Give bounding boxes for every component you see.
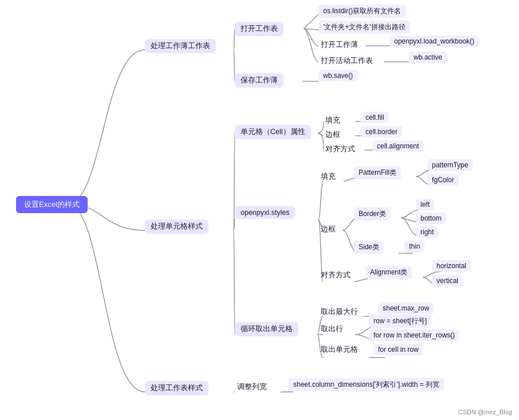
node-n2-3-3: 取出单元格: [319, 344, 360, 356]
node-n2-2-2-1-2: bottom: [416, 213, 446, 224]
node-n2-1-2-1: cell.border: [361, 126, 402, 138]
node-n1-2-1: wb.save(): [319, 70, 357, 81]
node-n2-3-2: 取出行: [319, 323, 345, 335]
node-n2-3-1: 取出最大行: [319, 306, 360, 318]
node-n1-1-2: '文件夹+文件名'拼接出路径: [319, 21, 410, 34]
node-n1-1-4-1: wb.active: [409, 52, 447, 63]
node-n1-1-3: 打开工作薄: [319, 39, 360, 51]
node-n3: 处理工作表样式: [145, 381, 209, 395]
node-n2-1-2: 边框: [323, 129, 343, 141]
node-n2-1-3: 对齐方式: [323, 143, 357, 155]
mindmap-canvas: 设置Excel的样式 处理工作薄工作表 处理单元格样式 处理工作表样式 打开工作…: [0, 0, 519, 420]
node-n2-2-3: 对齐方式: [319, 269, 353, 281]
node-n2-3-2-1: row = sheet[行号]: [369, 315, 431, 328]
node-n2-2-1-1-2: fgColor: [427, 174, 459, 186]
node-n1-1-4: 打开活动工作表: [319, 55, 375, 67]
node-n2-2-2-1-3: right: [416, 226, 438, 238]
node-n1: 处理工作薄工作表: [145, 39, 216, 53]
node-n1-1: 打开工作表: [235, 22, 284, 36]
node-n2-2-2-1: Border类: [354, 207, 391, 221]
node-n2-1-1-1: cell.fill: [361, 112, 389, 123]
node-n3-1: 调整列宽: [235, 381, 269, 393]
root-node: 设置Excel的样式: [16, 196, 88, 213]
node-n2-3-1-1: sheet.max_row: [378, 303, 434, 314]
node-n1-2: 保存工作薄: [235, 73, 284, 88]
node-n2-2-3-1: Alignment类: [365, 266, 412, 279]
node-n2-2-2-1-1: left: [416, 199, 434, 210]
node-n2-2-2: 边框: [319, 223, 338, 235]
node-n2-2-1-1-1: patternType: [427, 159, 473, 171]
node-n2-2-3-1-2: vertical: [432, 275, 463, 286]
node-n2-2: openpyxl.styles: [235, 206, 295, 219]
node-n2-1-1: 填充: [323, 115, 343, 127]
node-n2-1: 单元格（Cell）属性: [235, 125, 311, 139]
node-n2-3-2-2: for row in sheet.iter_rows(): [369, 329, 459, 341]
node-n2-2-2-2: Side类: [354, 241, 384, 254]
node-n2-3: 循环取出单元格: [235, 322, 298, 336]
node-n2-2-2-2-1: thin: [404, 241, 424, 252]
node-n2-2-3-1-1: horizontal: [432, 260, 471, 272]
node-n2-2-1: 填充: [319, 171, 338, 183]
node-n2-1-3-1: cell.alignment: [372, 140, 423, 152]
node-n1-1-1: os.listdir()获取所有文件名: [319, 5, 406, 18]
node-n2-3-3-1: for cell in row: [373, 344, 423, 355]
node-n3-1-1: sheet.column_dimensions['列索引'].width = 列…: [289, 378, 444, 391]
node-n2-2-1-1: PatternFill类: [354, 166, 401, 179]
watermark: CSDN @mez_Blog: [458, 409, 512, 415]
node-n1-1-3-1: openpyxl.load_workbook(): [390, 36, 479, 47]
node-n2: 处理单元格样式: [145, 219, 209, 234]
